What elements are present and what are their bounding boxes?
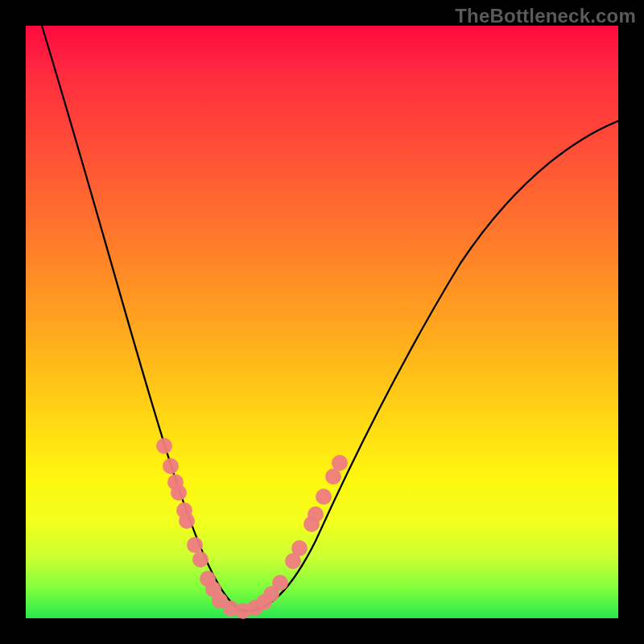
curve-layer — [26, 26, 618, 618]
plot-area — [26, 26, 618, 618]
watermark-text: TheBottleneck.com — [455, 5, 636, 27]
scatter-point — [308, 506, 324, 522]
scatter-point — [163, 458, 179, 474]
scatter-point — [316, 489, 332, 505]
scatter-group — [156, 438, 348, 619]
scatter-point — [332, 455, 348, 471]
scatter-point — [156, 438, 172, 454]
scatter-point — [192, 551, 208, 568]
scatter-point — [187, 537, 203, 553]
bottleneck-curve — [42, 26, 638, 611]
scatter-point — [272, 575, 288, 591]
scatter-point — [291, 540, 308, 556]
scatter-point — [325, 469, 341, 485]
outer-frame: TheBottleneck.com — [0, 0, 644, 644]
scatter-point — [179, 513, 195, 529]
scatter-point — [171, 485, 187, 501]
